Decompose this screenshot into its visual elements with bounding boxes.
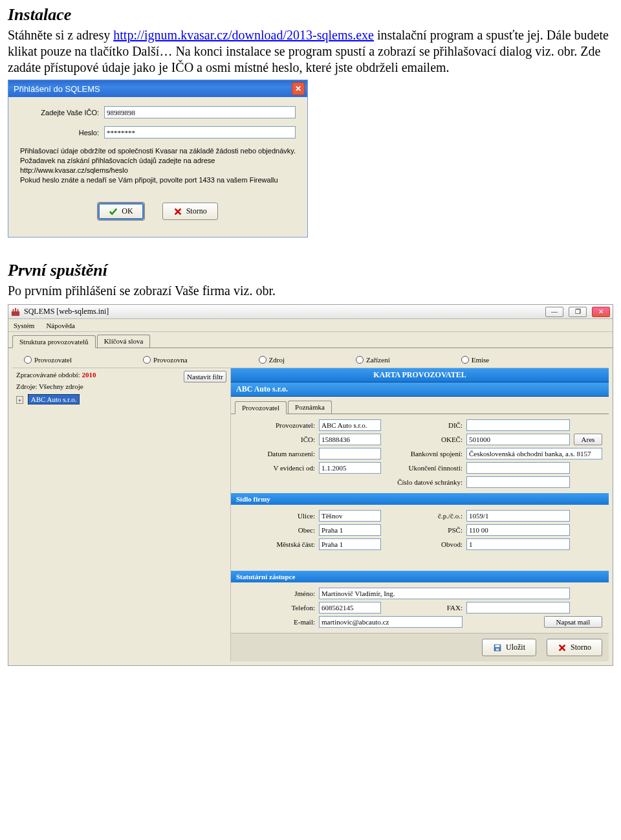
- cancel-icon: [558, 643, 567, 652]
- cancel-icon: [173, 207, 182, 216]
- minimize-button[interactable]: —: [545, 307, 563, 317]
- filter-button[interactable]: Nastavit filtr: [184, 371, 226, 382]
- radio-provozovatel-label: Provozovatel: [34, 356, 72, 364]
- radio-zdroj[interactable]: Zdroj: [259, 356, 285, 364]
- inp-fax[interactable]: [466, 602, 570, 613]
- inp-ukonceni[interactable]: [466, 462, 570, 474]
- inp-bankovni-spojeni[interactable]: [466, 448, 602, 459]
- lbl-ico: IČO:: [237, 436, 315, 443]
- zdroje-label: Zdroje: Všechny zdroje: [16, 382, 226, 390]
- maximize-button[interactable]: ❐: [569, 307, 587, 317]
- lbl-mcast: Městská část:: [237, 540, 315, 548]
- login-dialog: Přihlášení do SQLEMS ✕ Zadejte Vaše IČO:…: [8, 80, 308, 238]
- app-window: SQLEMS [web-sqlems.ini] — ❐ ✕ Systém Náp…: [8, 304, 613, 666]
- lbl-telefon: Telefon:: [237, 604, 315, 612]
- check-icon: [109, 207, 118, 216]
- storno-button[interactable]: Storno: [162, 203, 218, 220]
- inp-jmeno[interactable]: [319, 588, 570, 599]
- storno-button-main[interactable]: Storno: [547, 639, 602, 656]
- ico-label: Zadejte Vaše IČO:: [20, 109, 104, 116]
- radio-zarizeni-label: Zařízení: [366, 356, 390, 364]
- inp-provozovatel[interactable]: [319, 419, 381, 431]
- card-title: KARTA PROVOZOVATEL: [231, 368, 609, 382]
- lbl-ukonceni: Ukončení činnosti:: [385, 464, 463, 472]
- menu-napoveda[interactable]: Nápověda: [46, 322, 75, 329]
- radio-zdroj-label: Zdroj: [269, 356, 285, 364]
- inp-mcast[interactable]: [319, 538, 381, 550]
- inp-cds[interactable]: [466, 476, 570, 488]
- lbl-evidence: V evidenci od:: [237, 464, 315, 472]
- inp-datum-narozeni[interactable]: [319, 448, 381, 459]
- main-tabstrip: Struktura provozovatelů Klíčová slova: [8, 332, 613, 348]
- period-label: Zpracovávané období:: [16, 371, 82, 379]
- inp-email[interactable]: [319, 616, 463, 628]
- svg-rect-0: [12, 311, 19, 316]
- inner-tab-poznamka[interactable]: Poznámka: [288, 401, 332, 414]
- app-title: SQLEMS [web-sqlems.ini]: [24, 307, 109, 316]
- inp-ico[interactable]: [319, 434, 381, 445]
- inp-okec[interactable]: [466, 434, 570, 445]
- card-subtitle: ABC Auto s.r.o.: [231, 382, 609, 397]
- login-info-text: Přihlašovací údaje obdržíte od společnos…: [20, 146, 296, 184]
- close-button[interactable]: ✕: [592, 307, 610, 317]
- close-icon[interactable]: ✕: [292, 82, 305, 95]
- password-label: Heslo:: [20, 129, 104, 137]
- lbl-datum-narozeni: Datum narození:: [237, 450, 315, 458]
- password-input[interactable]: [104, 126, 296, 138]
- app-titlebar: SQLEMS [web-sqlems.ini] — ❐ ✕: [8, 305, 613, 319]
- storno-label-main: Storno: [571, 643, 591, 652]
- inp-obec[interactable]: [319, 524, 381, 536]
- radio-provozovna[interactable]: Provozovna: [143, 356, 188, 364]
- tree-item-selected[interactable]: ABC Auto s.r.o.: [28, 394, 80, 404]
- lbl-ulice: Ulice:: [237, 512, 315, 520]
- inp-cp[interactable]: [466, 510, 570, 522]
- section-statutarni: Statutární zástupce: [231, 571, 609, 582]
- ok-button[interactable]: OK: [98, 203, 144, 220]
- period-year: 2010: [82, 371, 96, 379]
- svg-rect-1: [13, 309, 14, 312]
- ok-label: OK: [122, 206, 133, 216]
- radio-provozovna-label: Provozovna: [153, 356, 188, 364]
- download-link[interactable]: http://ignum.kvasar.cz/download/2013-sql…: [113, 28, 374, 42]
- lbl-cp: č.p./č.o.:: [385, 512, 463, 520]
- inp-dic[interactable]: [466, 419, 570, 431]
- tree-expand-icon[interactable]: +: [16, 396, 23, 404]
- inner-tab-provozovatel[interactable]: Provozovatel: [235, 401, 287, 414]
- svg-rect-6: [496, 648, 499, 651]
- entity-radio-row: Provozovatel Provozovna Zdroj Zařízení E…: [12, 352, 609, 368]
- save-icon: [493, 643, 502, 652]
- radio-provozovatel[interactable]: Provozovatel: [24, 356, 72, 364]
- menu-system[interactable]: Systém: [14, 322, 34, 329]
- para-instalace: Stáhněte si z adresy http://ignum.kvasar…: [8, 27, 613, 76]
- tab-struktura[interactable]: Struktura provozovatelů: [12, 335, 96, 348]
- menubar: Systém Nápověda: [8, 319, 613, 332]
- inp-obvod[interactable]: [466, 538, 570, 550]
- heading-instalace: Instalace: [8, 5, 613, 25]
- inp-ulice[interactable]: [319, 510, 381, 522]
- save-button[interactable]: Uložit: [482, 639, 536, 656]
- section-sidlo: Sídlo firmy: [231, 493, 609, 505]
- tree: + ABC Auto s.r.o.: [12, 393, 230, 406]
- lbl-psc: PSČ:: [385, 526, 463, 534]
- dialog-title: Přihlášení do SQLEMS: [14, 84, 100, 94]
- radio-zarizeni[interactable]: Zařízení: [356, 356, 390, 364]
- svg-rect-2: [15, 308, 16, 311]
- lbl-jmeno: Jméno:: [237, 590, 315, 597]
- inp-telefon[interactable]: [319, 602, 381, 613]
- lbl-cds: Číslo datové schránky:: [385, 478, 463, 486]
- inp-evidence[interactable]: [319, 462, 381, 474]
- para-prvni-spusteni: Po prvním přihlášení se zobrazí Vaše fir…: [8, 283, 613, 299]
- heading-prvni-spusteni: První spuštění: [8, 261, 613, 280]
- inp-psc[interactable]: [466, 524, 570, 536]
- radio-emise[interactable]: Emise: [461, 356, 490, 364]
- ico-input[interactable]: [104, 106, 296, 118]
- ares-button[interactable]: Ares: [574, 434, 602, 445]
- radio-emise-label: Emise: [472, 356, 490, 364]
- lbl-obvod: Obvod:: [385, 540, 463, 548]
- lbl-fax: FAX:: [385, 604, 463, 612]
- tab-klicova-slova[interactable]: Klíčová slova: [97, 335, 151, 348]
- dialog-titlebar: Přihlášení do SQLEMS ✕: [8, 80, 307, 97]
- storno-label: Storno: [186, 206, 207, 216]
- napsat-mail-button[interactable]: Napsat mail: [544, 616, 602, 628]
- lbl-okec: OKEČ:: [385, 436, 463, 443]
